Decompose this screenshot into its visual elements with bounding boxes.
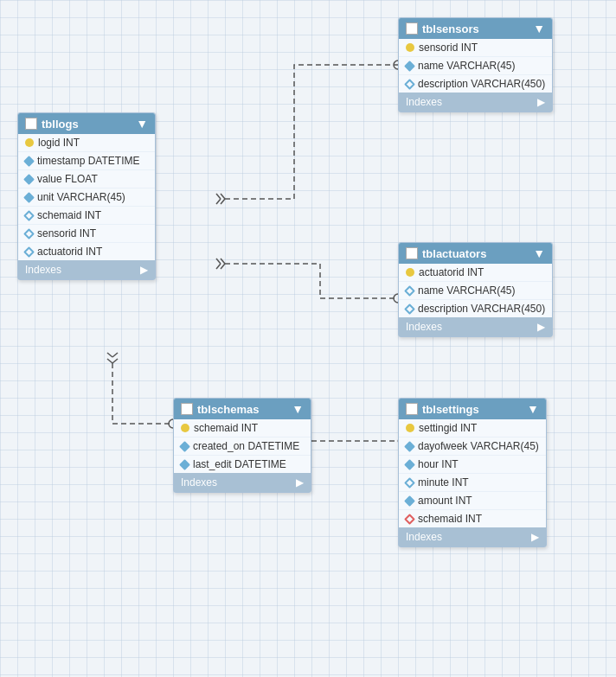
svg-line-3 (216, 194, 221, 199)
table-header: tblschemas ▼ (174, 399, 311, 419)
diamond-icon (404, 61, 415, 72)
key-icon (25, 138, 34, 147)
diamond-hollow-icon (23, 228, 35, 240)
diamond-icon (404, 441, 415, 452)
diamond-hollow-icon (23, 210, 35, 221)
indexes-arrow-icon[interactable]: ▶ (296, 476, 304, 489)
diamond-icon (23, 174, 35, 185)
indexes-label: Indexes (406, 96, 442, 108)
indexes-label: Indexes (406, 531, 442, 543)
dropdown-arrow-icon[interactable]: ▼ (533, 22, 545, 35)
table-row: unit VARCHAR(45) (18, 188, 155, 207)
table-row: minute INT (399, 474, 546, 492)
column-text: minute INT (418, 476, 469, 489)
table-body: sensorid INT name VARCHAR(45) descriptio… (399, 39, 552, 93)
indexes-arrow-icon[interactable]: ▶ (140, 264, 148, 276)
table-row: actuatorid INT (18, 243, 155, 260)
table-tblsensors: tblsensors ▼ sensorid INT name VARCHAR(4… (398, 17, 553, 112)
table-icon (406, 22, 418, 35)
column-text: dayofweek VARCHAR(45) (418, 440, 539, 452)
column-text: description VARCHAR(450) (418, 78, 545, 90)
table-body: actuatorid INT name VARCHAR(45) descript… (399, 264, 552, 317)
table-icon (181, 403, 193, 415)
column-text: logid INT (38, 137, 80, 149)
svg-line-12 (107, 353, 112, 357)
svg-line-13 (112, 353, 118, 357)
column-text: actuatorid INT (419, 266, 484, 278)
indexes-row[interactable]: Indexes ▶ (399, 317, 552, 336)
table-row: timestamp DATETIME (18, 152, 155, 170)
diamond-hollow-icon (404, 303, 415, 315)
table-row: description VARCHAR(450) (399, 75, 552, 93)
table-row: actuatorid INT (399, 264, 552, 282)
table-row: sensorid INT (18, 225, 155, 243)
table-row: schemaid INT (174, 419, 311, 437)
table-title: tblschemas (197, 403, 260, 416)
indexes-label: Indexes (25, 264, 61, 276)
indexes-arrow-icon[interactable]: ▶ (537, 96, 545, 108)
table-body: settingid INT dayofweek VARCHAR(45) hour… (399, 419, 546, 527)
table-row: settingid INT (399, 419, 546, 437)
svg-line-10 (107, 359, 112, 363)
dropdown-arrow-icon[interactable]: ▼ (292, 402, 304, 416)
table-title: tblsensors (422, 22, 479, 35)
table-row: dayofweek VARCHAR(45) (399, 437, 546, 456)
column-text: value FLOAT (37, 173, 98, 185)
indexes-row[interactable]: Indexes ▶ (399, 527, 546, 546)
diamond-icon (23, 192, 35, 203)
table-row: created_on DATETIME (174, 437, 311, 456)
diamond-icon (179, 441, 190, 452)
table-title: tblsettings (422, 403, 479, 416)
diamond-red-icon (404, 514, 415, 525)
table-row: last_edit DATETIME (174, 456, 311, 473)
svg-line-8 (216, 259, 221, 264)
diamond-hollow-icon (404, 285, 415, 297)
indexes-label: Indexes (406, 321, 442, 333)
table-row: description VARCHAR(450) (399, 300, 552, 317)
dropdown-arrow-icon[interactable]: ▼ (527, 402, 539, 416)
column-text: created_on DATETIME (193, 440, 299, 452)
indexes-label: Indexes (181, 476, 217, 489)
table-title: tblactuators (422, 247, 486, 260)
indexes-row[interactable]: Indexes ▶ (399, 93, 552, 112)
key-icon (181, 424, 189, 432)
diamond-hollow-icon (404, 79, 415, 90)
table-icon (25, 118, 37, 130)
column-text: last_edit DATETIME (193, 458, 286, 470)
column-text: sensorid INT (419, 42, 478, 54)
key-icon (406, 43, 414, 52)
diamond-hollow-icon (404, 477, 415, 489)
table-tbllogs: tbllogs ▼ logid INT timestamp DATETIME v… (17, 112, 156, 280)
table-header: tblactuators ▼ (399, 243, 552, 264)
indexes-row[interactable]: Indexes ▶ (18, 260, 155, 279)
column-text: sensorid INT (37, 227, 96, 240)
svg-line-9 (216, 264, 221, 269)
table-icon (406, 403, 418, 415)
table-icon (406, 247, 418, 259)
table-row: logid INT (18, 134, 155, 152)
table-header: tblsensors ▼ (399, 18, 552, 39)
table-body: schemaid INT created_on DATETIME last_ed… (174, 419, 311, 473)
diamond-icon (179, 459, 190, 470)
column-text: hour INT (418, 458, 459, 470)
diamond-hollow-icon (23, 246, 35, 258)
diamond-icon (404, 459, 415, 470)
column-text: schemaid INT (194, 422, 258, 434)
svg-line-4 (216, 199, 221, 204)
indexes-arrow-icon[interactable]: ▶ (537, 321, 545, 333)
table-header: tbllogs ▼ (18, 113, 155, 134)
table-row: amount INT (399, 492, 546, 510)
key-icon (406, 268, 414, 277)
column-text: timestamp DATETIME (37, 155, 139, 167)
table-row: schemaid INT (399, 510, 546, 527)
dropdown-arrow-icon[interactable]: ▼ (136, 117, 148, 131)
table-row: sensorid INT (399, 39, 552, 57)
diamond-icon (404, 495, 415, 507)
indexes-row[interactable]: Indexes ▶ (174, 473, 311, 492)
table-tblsettings: tblsettings ▼ settingid INT dayofweek VA… (398, 398, 547, 547)
key-icon (406, 424, 414, 432)
dropdown-arrow-icon[interactable]: ▼ (533, 246, 545, 260)
indexes-arrow-icon[interactable]: ▶ (531, 531, 539, 543)
svg-line-1 (221, 194, 225, 199)
table-tblactuators: tblactuators ▼ actuatorid INT name VARCH… (398, 242, 553, 337)
